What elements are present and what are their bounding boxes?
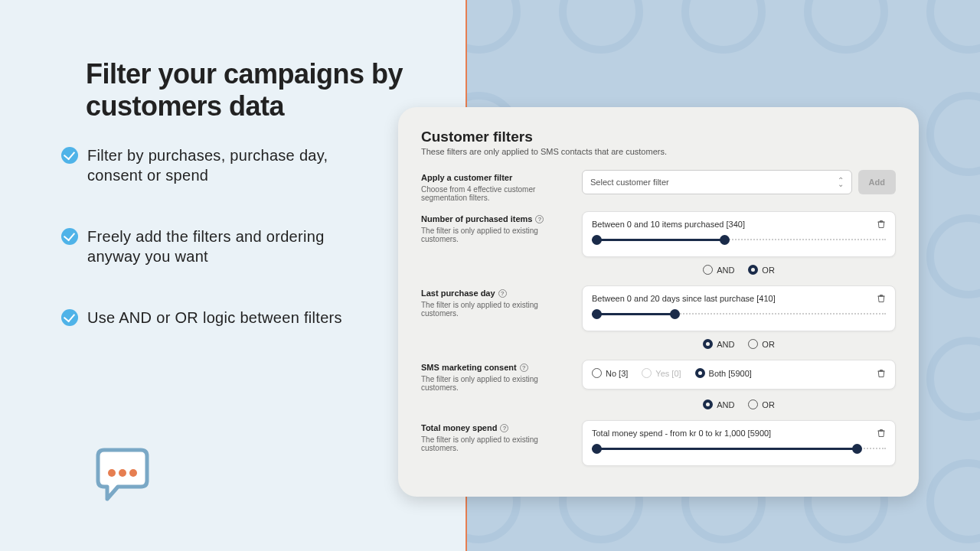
bullet-item: Filter by purchases, purchase day, conse… <box>61 145 352 185</box>
last-purchase-text: Between 0 and 20 days since last purchas… <box>592 294 776 303</box>
trash-icon[interactable] <box>877 369 886 378</box>
trash-icon[interactable] <box>877 294 886 303</box>
last-purchase-slider[interactable] <box>592 309 886 320</box>
apply-filter-label: Apply a customer filter <box>421 173 512 182</box>
last-purchase-card: Between 0 and 20 days since last purchas… <box>582 285 896 331</box>
add-button[interactable]: Add <box>858 170 896 194</box>
logic-row: AND OR <box>421 339 896 349</box>
panel-heading: Customer filters <box>421 129 896 145</box>
trash-icon[interactable] <box>877 220 886 229</box>
consent-yes-radio[interactable]: Yes [0] <box>642 368 681 378</box>
panel-subtitle: These filters are only applied to SMS co… <box>421 147 896 156</box>
logic-and-radio[interactable]: AND <box>703 265 734 275</box>
purchased-items-card: Between 0 and 10 items purchased [340] <box>582 211 896 257</box>
check-icon <box>61 228 78 245</box>
logic-row: AND OR <box>421 399 896 409</box>
purchased-items-slider[interactable] <box>592 235 886 246</box>
total-spend-label: Total money spend ? <box>421 423 508 432</box>
customer-filters-panel: Customer filters These filters are only … <box>398 107 919 497</box>
bullet-item: Freely add the filters and ordering anyw… <box>61 227 352 266</box>
bullet-text: Freely add the filters and ordering anyw… <box>87 227 352 266</box>
purchased-items-desc: The filter is only applied to existing c… <box>421 227 574 243</box>
bullet-text: Filter by purchases, purchase day, conse… <box>87 145 352 185</box>
chat-logo-icon <box>92 444 153 505</box>
feature-bullets: Filter by purchases, purchase day, conse… <box>61 145 352 369</box>
total-spend-card: Total money spend - from kr 0 to kr 1,00… <box>582 420 896 466</box>
customer-filter-select[interactable]: Select customer filter ⌃⌄ <box>582 170 852 194</box>
logic-or-radio[interactable]: OR <box>748 399 775 409</box>
help-icon[interactable]: ? <box>500 424 508 432</box>
bullet-item: Use AND or OR logic between filters <box>61 308 352 328</box>
trash-icon[interactable] <box>877 429 886 438</box>
svg-point-1 <box>119 469 126 477</box>
logic-or-radio[interactable]: OR <box>748 339 775 349</box>
total-spend-slider[interactable] <box>592 444 886 455</box>
svg-point-2 <box>129 469 137 477</box>
bullet-text: Use AND or OR logic between filters <box>87 308 342 328</box>
sms-consent-label: SMS marketing consent ? <box>421 363 528 372</box>
last-purchase-label: Last purchase day ? <box>421 289 507 298</box>
logic-and-radio[interactable]: AND <box>703 339 734 349</box>
select-placeholder: Select customer filter <box>590 178 669 187</box>
updown-icon: ⌃⌄ <box>838 178 844 186</box>
check-icon <box>61 309 78 326</box>
purchased-items-label: Number of purchased items ? <box>421 214 544 223</box>
apply-filter-desc: Choose from 4 effective customer segment… <box>421 185 574 202</box>
sms-consent-desc: The filter is only applied to existing c… <box>421 375 574 392</box>
consent-no-radio[interactable]: No [3] <box>592 368 628 378</box>
help-icon[interactable]: ? <box>498 289 507 298</box>
help-icon[interactable]: ? <box>535 215 544 223</box>
total-spend-desc: The filter is only applied to existing c… <box>421 435 574 452</box>
help-icon[interactable]: ? <box>520 364 528 372</box>
logic-and-radio[interactable]: AND <box>703 399 734 409</box>
sms-consent-card: No [3] Yes [0] Both [5900] <box>582 360 896 390</box>
svg-point-0 <box>108 469 116 477</box>
consent-both-radio[interactable]: Both [5900] <box>695 368 752 378</box>
logic-or-radio[interactable]: OR <box>748 265 775 275</box>
check-icon <box>61 147 78 164</box>
logic-row: AND OR <box>421 265 896 275</box>
purchased-items-text: Between 0 and 10 items purchased [340] <box>592 220 745 229</box>
total-spend-text: Total money spend - from kr 0 to kr 1,00… <box>592 429 771 438</box>
last-purchase-desc: The filter is only applied to existing c… <box>421 301 574 318</box>
